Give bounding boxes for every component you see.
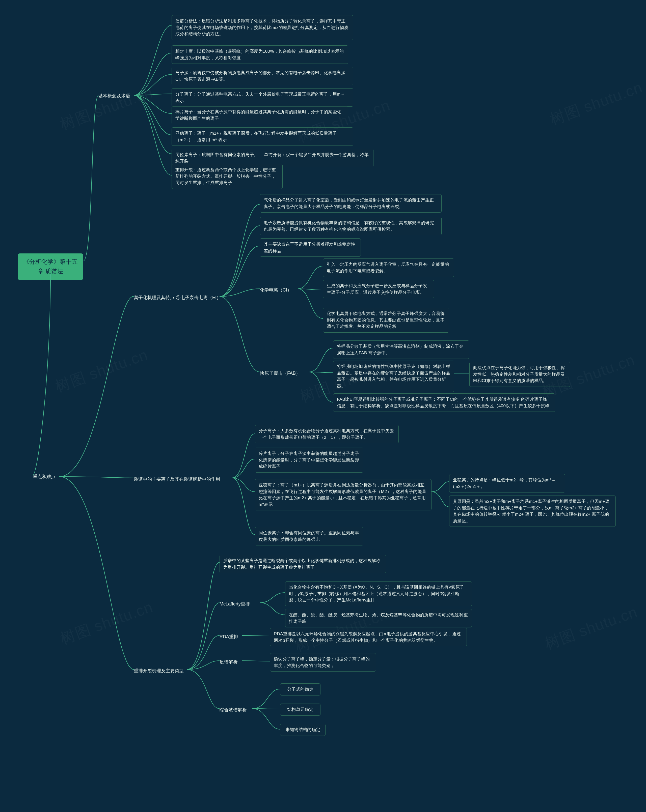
canvas: 树图 shutu.cn 树图 shutu.cn 树图 shutu.cn 树图 s… (0, 0, 646, 812)
branch-chem-ioniz[interactable]: 化学电离（CI） (260, 285, 292, 295)
watermark: 树图 shutu.cn (542, 602, 640, 655)
root-node[interactable]: 《分析化学》第十五章 质谱法 (18, 253, 83, 280)
mi-3a[interactable]: 亚稳离子的特点是：峰位低于m2+ 峰，其峰位为m*＝(m2＋)2/m1＋。 (449, 474, 565, 493)
branch-rda[interactable]: RDA重排 (219, 632, 238, 642)
mcl2[interactable]: 在醛、酮、酸、酯、酰胺、烃基芳衍生物、烯、烷及烷基苯等化合物的质谱中均可发现这种… (285, 609, 472, 627)
watermark: 树图 shutu.cn (58, 82, 156, 135)
ioniz-i3[interactable]: 其主要缺点在于不适用于分析难挥发和热稳定性差的样品 (260, 238, 361, 257)
fab-f2a[interactable]: 此法优点在于离子化能力强，可用于强极性、挥发性低、热稳定性差和相对分子质量大的样… (469, 362, 570, 387)
mi-1[interactable]: 分子离子：大多数有机化合物分子通过某种电离方式，在离子源中失去一个电子而形成带正… (255, 425, 399, 443)
mi-4[interactable]: 同位素离子：即含有同位素的离子。重质同位素与丰度最大的轻质同位素峰的峰强比 (255, 527, 363, 545)
branch-spectra-parse[interactable]: 质谱解析 (219, 657, 238, 667)
chem-c2[interactable]: 生成的离子和反应气分子进一步反应或与样品分子发生离子-分子反应，通过质子交换使样… (323, 280, 434, 298)
basic-n2[interactable]: 相对丰度：以质谱中基峰（最强峰）的高度为100%，其余峰按与基峰的比例加以表示的… (171, 46, 348, 64)
rearr-r1[interactable]: 质谱中的某些离子是通过断裂两个或两个以上化学键重新排列形成的，这种裂解称为重排开… (219, 555, 386, 573)
branch-ionization[interactable]: 离子化机理及其特点 ①电子轰击电离（EI） (134, 293, 221, 302)
mcl1[interactable]: 当化合物中含有不饱和C＝X基团 (X为O、N、S、C），且与该基团相连的键上具有… (285, 581, 472, 606)
mi-2[interactable]: 碎片离子：分子在离子源中获得的能量超过分子离子化所需的能量时，分子离子中某些化学… (255, 447, 363, 473)
ioniz-i2[interactable]: 电子轰击质谱能提供有机化合物最丰富的结构信息，有较好的重现性，其裂解规律的研究也… (260, 217, 442, 235)
zh1[interactable]: 分子式的确定 (280, 684, 320, 696)
chem-c1[interactable]: 引入一定压力的反应气进入离子化室，反应气在具有一定能量的电子流的作用下电离或者裂… (323, 258, 454, 277)
mi-3[interactable]: 亚稳离子：离子（m1+）脱离离子源后并在到达质量分析器前，由于其内部较高或相互碰… (255, 479, 432, 510)
mi-3b[interactable]: 其原因是：虽然m2+离子和m+离子均系m1+离子派生的相同质量离子，但因m+离子… (449, 496, 616, 527)
watermark: 树图 shutu.cn (58, 597, 156, 649)
branch-rearr[interactable]: 重排开裂机理及主要类型 (134, 666, 184, 676)
parse1[interactable]: 确认分子离子峰，确定分子量；根据分子离子峰的丰度，推测化合物的可能类别； (270, 653, 376, 672)
branch-key-difficult[interactable]: 重点和难点 (33, 472, 55, 482)
chem-c3[interactable]: 化学电离属于软电离方式，通常准分子离子峰强度大，容易得到有关化合物基团的信息。其… (323, 308, 449, 333)
basic-n5[interactable]: 碎片离子：当分子在离子源中获得的能量超过其离子化所需的能量时，分子中的某些化学键… (171, 106, 348, 124)
fab-f3[interactable]: FAB比EI容易得到比较强的分子离子或准分子离子；不同于CI的一个优势在于其所得… (333, 394, 555, 412)
watermark: 树图 shutu.cn (547, 78, 646, 130)
ioniz-i1[interactable]: 气化后的样品分子进入离子化室后，受到由钨或铼灯丝发射并加速的电子流的轰击产生正离… (260, 194, 442, 212)
basic-n1[interactable]: 质谱分析法：质谱分析法是利用多种离子化技术，将物质分子转化为离子，选择其中带正电… (171, 15, 353, 40)
zh3[interactable]: 未知物结构的确定 (280, 724, 326, 736)
basic-n3[interactable]: 离子源：质谱仪中使被分析物质电离成离子的部分。常见的有电子轰击源EI、化学电离源… (171, 67, 353, 85)
zh2[interactable]: 结构单元确定 (280, 704, 320, 716)
branch-fab[interactable]: 快原子轰击（FAB） (260, 368, 300, 378)
watermark: 树图 shutu.cn (52, 345, 151, 397)
branch-basic[interactable]: 基本概念及术语 (98, 91, 130, 101)
rda1[interactable]: RDA重排是以六元环烯化合物的双键为裂解反应起点，由π电子提供的游离基反应中心引… (270, 628, 467, 646)
basic-n6[interactable]: 亚稳离子：离子（m1+）脱离离子源后，在飞行过程中发生裂解而形成的低质量离子（m… (171, 127, 353, 146)
branch-zh[interactable]: 综合波谱解析 (219, 705, 247, 715)
branch-mainions[interactable]: 质谱中的主要离子及其在质谱解析中的作用 (134, 474, 220, 484)
fab-f1[interactable]: 将样品分散于基质（常用甘油等高沸点溶剂）制成溶液，涂布于金属靶上送入FAB 离子… (333, 340, 469, 359)
basic-n4[interactable]: 分子离子：分子通过某种电离方式，失去一个外层价电子而形成带正电荷的离子，用m·+… (171, 88, 353, 107)
basic-n8[interactable]: 重排开裂：通过断裂两个或两个以上化学键，进行重新排列的开裂方式。重排开裂一般脱去… (171, 164, 283, 189)
branch-mcl[interactable]: McLafferty重排 (219, 599, 250, 609)
fab-f2[interactable]: 将经强电场加速后的惰性气体中性原子束（如氙）对靶上样品轰击。基质中存在的缔合离子… (333, 360, 454, 392)
